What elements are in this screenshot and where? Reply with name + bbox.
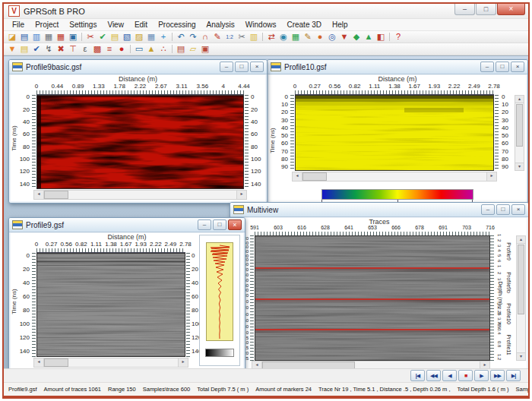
vertical-scrollbar[interactable]: ▴ ▾	[516, 235, 526, 361]
menu-item-analysis[interactable]: Analysis	[201, 21, 240, 29]
toolbar-icon-dielectric-epsilon[interactable]: ε	[79, 44, 91, 55]
horizontal-scrollbar[interactable]: ◂ ▸	[292, 172, 497, 182]
minimize-button[interactable]: –	[480, 62, 494, 72]
minimize-button[interactable]: –	[454, 4, 475, 15]
toolbar-icon-target-dot[interactable]: ●	[116, 44, 128, 55]
window-profile10[interactable]: Profile10.gsf – □ × Distance (m) 00.270.…	[267, 59, 528, 208]
menu-item-view[interactable]: View	[102, 21, 129, 29]
toolbar-icon-print[interactable]: ▦	[43, 32, 55, 43]
toolbar-icon-filter-funnel[interactable]: ▼	[6, 44, 18, 55]
close-button[interactable]: ×	[511, 62, 524, 72]
window-titlebar[interactable]: Profile9.gsf – □ ×	[9, 218, 245, 232]
toolbar-icon-exit-door[interactable]: ◧	[375, 32, 387, 43]
wiggle-trace-plot[interactable]	[206, 242, 233, 341]
horizontal-scrollbar[interactable]: ◂ ▸	[33, 190, 247, 200]
scroll-right-icon[interactable]: ▸	[178, 358, 188, 367]
scroll-left-icon[interactable]: ◂	[252, 362, 262, 368]
menu-item-project[interactable]: Project	[30, 21, 64, 29]
window-titlebar[interactable]: Profile10.gsf – □ ×	[268, 60, 527, 74]
horizontal-scrollbar[interactable]: ◂ ▸	[33, 358, 188, 368]
toolbar-icon-merge-traces[interactable]: ≡	[103, 44, 116, 55]
close-button[interactable]: ×	[228, 219, 242, 230]
toolbar-icon-red-scissors[interactable]: ✂	[84, 32, 97, 43]
skip-last-button[interactable]: ▶|	[506, 370, 521, 381]
toolbar-icon-globe[interactable]: ◉	[277, 32, 290, 43]
menu-item-processing[interactable]: Processing	[153, 21, 201, 29]
maximize-button[interactable]: □	[496, 62, 509, 72]
toolbar-icon-zoom-doc[interactable]: ◎	[326, 32, 338, 43]
toolbar-icon-grid-green[interactable]: ▦	[290, 32, 302, 43]
skip-first-button[interactable]: |◀	[410, 370, 425, 381]
close-button[interactable]: ×	[250, 62, 264, 72]
toolbar-icon-marker-check[interactable]: ✔	[30, 44, 43, 55]
toolbar-icon-crossed-arrows[interactable]: ✖	[55, 44, 67, 55]
window-profile9basic[interactable]: Profile9basic.gsf – □ × Distance (m) 00.…	[8, 59, 268, 204]
menu-item-create-3d[interactable]: Create 3D	[281, 21, 327, 29]
toolbar-icon-apply-check[interactable]: ✔	[97, 32, 109, 43]
toolbar-icon-brush[interactable]: ✎	[302, 32, 314, 43]
menu-item-help[interactable]: Help	[327, 21, 353, 29]
toolbar-icon-pan-hand[interactable]: +	[157, 32, 169, 43]
close-button[interactable]: ×	[511, 204, 525, 215]
fast-forward-button[interactable]: ▶▶	[490, 370, 505, 381]
maximize-button[interactable]: □	[496, 204, 510, 215]
window-titlebar[interactable]: Multiview – □ ×	[230, 203, 528, 217]
scroll-right-icon[interactable]: ▸	[236, 191, 246, 199]
toolbar-icon-export-pdf[interactable]: ▦	[55, 32, 67, 43]
scroll-up-icon[interactable]: ▴	[517, 236, 525, 244]
close-button[interactable]: ×	[497, 4, 525, 15]
maximize-button[interactable]: □	[213, 219, 226, 230]
scroll-down-icon[interactable]: ▾	[515, 163, 524, 170]
toolbar-icon-settings-form[interactable]: ▤	[18, 44, 30, 55]
toolbar-icon-mountain[interactable]: ▲	[363, 32, 375, 43]
toolbar-icon-layers[interactable]: ▤	[175, 44, 187, 55]
toolbar-icon-view-profile-blue[interactable]: ▧	[121, 32, 133, 43]
toolbar-icon-open-file[interactable]: ◪	[6, 32, 18, 43]
scroll-left-icon[interactable]: ◂	[34, 358, 44, 367]
menu-item-windows[interactable]: Windows	[240, 21, 282, 29]
titlebar[interactable]: V GPRSoft B PRO – □ ×	[4, 4, 528, 19]
vertical-scrollbar[interactable]: ▴ ▾	[515, 95, 524, 171]
menu-item-settings[interactable]: Settings	[64, 21, 102, 29]
radargram-profile9basic[interactable]	[36, 95, 244, 189]
scroll-right-icon[interactable]: ▸	[486, 172, 496, 181]
scroll-right-icon[interactable]: ▸	[480, 362, 489, 368]
toolbar-icon-save-file[interactable]: ▤	[18, 32, 30, 43]
toolbar-icon-save-all[interactable]: ▥	[30, 32, 43, 43]
horizontal-scrollbar[interactable]: ◂ ▸	[252, 361, 490, 368]
toolbar-icon-swap-arrows[interactable]: ⇄	[265, 32, 277, 43]
toolbar-icon-move-trace[interactable]: ↯	[43, 44, 55, 55]
toolbar-icon-image-frame[interactable]: ▭	[133, 44, 145, 55]
scroll-left-icon[interactable]: ◂	[34, 191, 44, 199]
menu-item-edit[interactable]: Edit	[129, 21, 153, 29]
radargram-profile9[interactable]	[36, 253, 185, 357]
toolbar-icon-scale-1-2[interactable]: 1:2	[223, 32, 236, 43]
scroll-thumb[interactable]	[518, 245, 524, 314]
fast-rewind-button[interactable]: ◀◀	[426, 370, 441, 381]
step-forward-button[interactable]: ▶	[474, 370, 489, 381]
scroll-thumb[interactable]	[516, 104, 523, 147]
toolbar-icon-pin-marker[interactable]: ▼	[338, 32, 350, 43]
minimize-button[interactable]: –	[481, 204, 495, 215]
toolbar-icon-redo[interactable]: ↷	[187, 32, 199, 43]
scroll-up-icon[interactable]: ▴	[515, 96, 524, 103]
scroll-left-icon[interactable]: ◂	[293, 172, 302, 181]
toolbar-icon-landscape[interactable]: ▲	[145, 44, 157, 55]
stop-button[interactable]: ■	[458, 370, 473, 381]
toolbar-icon-nodes[interactable]: ∴	[157, 44, 169, 55]
maximize-button[interactable]: □	[235, 62, 249, 72]
toolbar-icon-undo[interactable]: ↶	[175, 32, 187, 43]
toolbar-icon-edit-pen[interactable]: ✎	[211, 32, 223, 43]
toolbar-icon-undo-arc[interactable]: ∩	[199, 32, 211, 43]
toolbar-icon-grid-code[interactable]: ▩	[91, 44, 103, 55]
toolbar-icon-view-profile-yellow[interactable]: ▨	[133, 32, 145, 43]
maximize-button[interactable]: □	[476, 4, 496, 15]
toolbar-icon-palette[interactable]: ●	[314, 32, 326, 43]
menu-item-file[interactable]: File	[7, 21, 30, 29]
radargram-profile10[interactable]	[295, 95, 494, 171]
scroll-thumb[interactable]	[262, 362, 355, 368]
scroll-thumb[interactable]	[44, 191, 68, 199]
toolbar-icon-view-table[interactable]: ▦	[145, 32, 157, 43]
toolbar-icon-antenna[interactable]: ⊤	[67, 44, 79, 55]
scroll-thumb[interactable]	[302, 172, 327, 181]
